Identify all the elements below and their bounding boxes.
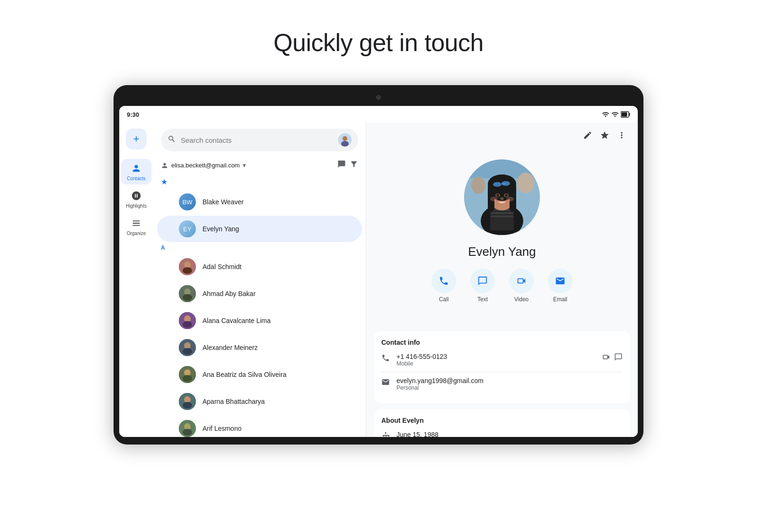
contact-name: Alana Cavalcante Lima [202, 317, 271, 324]
account-info[interactable]: elisa.beckett@gmail.com ▾ [161, 162, 246, 169]
svg-point-4 [343, 136, 347, 141]
sidebar-item-contacts[interactable]: Contacts [121, 159, 151, 184]
svg-point-20 [183, 375, 192, 382]
text-icon-circle [470, 269, 495, 293]
contact-list-panel: elisa.beckett@gmail.com ▾ [153, 123, 366, 437]
birthday-icon [381, 432, 390, 437]
search-bar[interactable] [161, 129, 358, 151]
contact-name: Adal Schmidt [202, 263, 241, 270]
call-label: Call [439, 296, 449, 303]
organize-nav-label: Organize [127, 231, 146, 236]
svg-point-7 [184, 262, 191, 268]
section-header-a: A [153, 243, 366, 253]
contact-list: ★ BW Blake Weaver EY Evelyn Yang [153, 175, 366, 437]
svg-point-5 [341, 141, 349, 147]
person-icon [161, 162, 168, 169]
contact-item-ana[interactable]: Ana Beatriz da Silva Oliveira [157, 361, 362, 388]
battery-icon [621, 111, 630, 118]
section-letter-a: A [161, 244, 168, 251]
tablet-frame: 9:30 [114, 85, 643, 445]
detail-panel: Evelyn Yang Call [366, 123, 638, 437]
email-content: evelyn.yang1998@gmail.com Personal [396, 377, 623, 391]
contact-name: Alexander Meinerz [202, 344, 258, 351]
svg-point-22 [184, 396, 191, 403]
phone-actions [602, 353, 623, 364]
message-icon[interactable] [614, 353, 623, 364]
svg-point-17 [183, 348, 192, 355]
svg-point-14 [183, 321, 192, 328]
starred-section-header: ★ [153, 175, 366, 188]
text-label: Text [477, 296, 488, 303]
sidebar-item-organize[interactable]: Organize [121, 214, 151, 239]
svg-point-25 [184, 423, 191, 430]
status-bar: 9:30 [119, 106, 638, 123]
svg-point-13 [184, 315, 191, 322]
video-action-button[interactable]: Video [509, 269, 534, 303]
svg-point-56 [500, 197, 504, 200]
divider [381, 372, 623, 372]
contact-item-aparna[interactable]: Aparna Bhattacharya [157, 388, 362, 415]
birthday-row: June 15, 1988 [381, 431, 623, 437]
edit-icon[interactable] [581, 129, 594, 144]
contact-name: Ana Beatriz da Silva Oliveira [202, 371, 286, 378]
contact-item-evelyn-yang[interactable]: EY Evelyn Yang [157, 216, 362, 242]
contact-avatar: BW [179, 193, 196, 210]
email-icon-circle [548, 269, 572, 293]
contact-avatar: EY [179, 220, 196, 237]
birthday-value: June 15, 1988 [396, 431, 623, 437]
phone-info-row: +1 416-555-0123 Mobile [381, 353, 623, 367]
chevron-down-icon[interactable]: ▾ [243, 162, 246, 169]
svg-point-10 [184, 288, 191, 295]
contacts-icon [130, 162, 143, 175]
phone-row-icon [381, 354, 390, 365]
svg-point-52 [496, 194, 499, 197]
contact-item-alexander[interactable]: Alexander Meinerz [157, 334, 362, 361]
contact-item-ahmad[interactable]: Ahmad Aby Bakar [157, 280, 362, 307]
chat-bubble-icon[interactable] [337, 160, 346, 171]
call-icon-circle [431, 269, 456, 293]
email-label-text: Personal [396, 384, 623, 391]
add-contact-button[interactable]: + [126, 129, 147, 149]
star-icon[interactable] [598, 129, 611, 144]
user-avatar-small [338, 133, 352, 147]
video-call-icon[interactable] [602, 353, 610, 364]
status-icons [602, 111, 630, 118]
phone-content: +1 416-555-0123 Mobile [396, 353, 595, 367]
contact-item-adal-schmidt[interactable]: Adal Schmidt [157, 253, 362, 280]
contact-name: Arif Lesmono [202, 425, 241, 432]
svg-point-23 [183, 402, 192, 409]
svg-point-54 [490, 197, 498, 201]
contact-avatar [179, 339, 196, 356]
sidebar-item-highlights[interactable]: Highlights [121, 186, 151, 212]
page-headline: Quickly get in touch [273, 28, 484, 57]
contact-item-alana[interactable]: Alana Cavalcante Lima [157, 307, 362, 334]
plus-icon: + [133, 133, 140, 145]
contact-name: Evelyn Yang [202, 225, 239, 233]
svg-point-19 [184, 369, 191, 376]
more-icon[interactable] [615, 129, 628, 144]
search-bar-container [153, 123, 366, 157]
highlights-icon [130, 189, 143, 202]
search-input[interactable] [181, 136, 334, 144]
svg-rect-38 [491, 216, 513, 217]
email-action-button[interactable]: Email [548, 269, 572, 303]
svg-point-16 [184, 342, 191, 349]
email-row-icon [381, 378, 390, 389]
email-info-row: evelyn.yang1998@gmail.com Personal [381, 377, 623, 391]
contact-item-blake-weaver-starred[interactable]: BW Blake Weaver [157, 189, 362, 215]
text-action-button[interactable]: Text [470, 269, 495, 303]
star-section-icon: ★ [161, 177, 167, 186]
filter-icon[interactable] [350, 160, 358, 171]
call-action-button[interactable]: Call [431, 269, 456, 303]
contact-full-name: Evelyn Yang [468, 244, 536, 259]
contact-avatar [179, 258, 196, 275]
video-label: Video [514, 296, 528, 303]
contact-item-arif[interactable]: Arif Lesmono [157, 415, 362, 437]
contact-name: Blake Weaver [202, 198, 244, 206]
phone-value: +1 416-555-0123 [396, 353, 595, 360]
contact-avatar [179, 366, 196, 383]
contact-avatar [179, 393, 196, 410]
account-row: elisa.beckett@gmail.com ▾ [153, 157, 366, 175]
signal-icon [611, 111, 619, 118]
status-time: 9:30 [127, 111, 139, 118]
